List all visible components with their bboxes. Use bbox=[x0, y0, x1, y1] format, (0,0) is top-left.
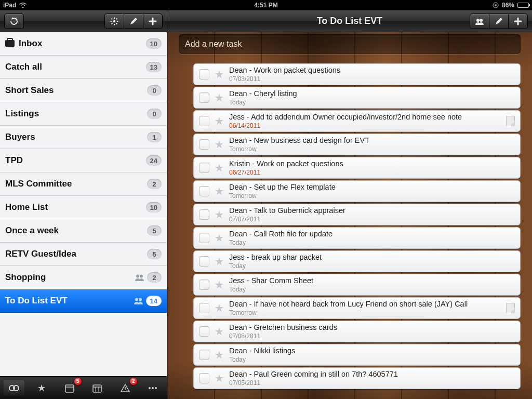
svg-line-9 bbox=[112, 23, 113, 24]
sidebar-item-label: Listings bbox=[5, 109, 39, 119]
task-row[interactable]: ★Dean - Work on packet questions07/03/20… bbox=[193, 63, 521, 85]
settings-button[interactable] bbox=[104, 14, 124, 29]
wifi-icon bbox=[19, 3, 26, 8]
task-row[interactable]: ★Jess - Add to addendum Owner occupied/i… bbox=[193, 110, 521, 132]
task-date: 07/05/2011 bbox=[229, 379, 515, 387]
task-row[interactable]: ★Dean - Talk to Gubernick appraiser07/07… bbox=[193, 204, 521, 225]
star-icon[interactable]: ★ bbox=[215, 372, 224, 384]
sidebar-item[interactable]: TPD24 bbox=[0, 149, 167, 172]
star-icon[interactable]: ★ bbox=[215, 255, 224, 268]
task-row[interactable]: ★Dean - Cheryl listingToday bbox=[193, 87, 521, 109]
svg-line-7 bbox=[112, 18, 113, 19]
task-checkbox[interactable] bbox=[199, 186, 209, 196]
star-icon[interactable]: ★ bbox=[215, 138, 224, 151]
task-title: Dean - Nikki listings bbox=[229, 347, 515, 355]
sidebar-item[interactable]: Shopping2 bbox=[0, 266, 167, 289]
sidebar-item[interactable]: Home List10 bbox=[0, 196, 167, 219]
task-row[interactable]: ★Kristin - Work on packet questions06/27… bbox=[193, 157, 521, 179]
sidebar-item[interactable]: Short Sales0 bbox=[0, 79, 167, 102]
star-icon[interactable]: ★ bbox=[215, 115, 224, 127]
task-checkbox[interactable] bbox=[199, 163, 209, 173]
count-badge: 2 bbox=[147, 179, 162, 189]
task-checkbox[interactable] bbox=[199, 326, 209, 337]
star-icon[interactable]: ★ bbox=[215, 162, 224, 174]
task-checkbox[interactable] bbox=[199, 139, 209, 150]
star-icon[interactable]: ★ bbox=[215, 91, 224, 104]
edit-tasks-button[interactable] bbox=[489, 14, 509, 29]
task-row[interactable]: ★Dean - Set up the Flex templateTomorrow bbox=[193, 180, 521, 202]
sidebar-item[interactable]: Buyers1 bbox=[0, 126, 167, 149]
lists[interactable]: Inbox10Catch all13Short Sales0Listings0B… bbox=[0, 32, 167, 376]
task-title: Dean - Talk to Gubernick appraiser bbox=[229, 206, 515, 215]
task-checkbox[interactable] bbox=[199, 209, 209, 220]
tab-starred-icon[interactable]: ★ bbox=[31, 380, 52, 396]
task-checkbox[interactable] bbox=[199, 256, 209, 267]
star-icon[interactable]: ★ bbox=[215, 325, 224, 338]
task-title: Kristin - Work on packet questions bbox=[229, 159, 515, 168]
task-checkbox[interactable] bbox=[199, 69, 209, 79]
sidebar-item-label: Home List bbox=[5, 202, 48, 212]
star-icon[interactable]: ★ bbox=[215, 232, 224, 244]
count-badge: 5 bbox=[147, 249, 162, 259]
sidebar-item[interactable]: RETV Guest/Idea5 bbox=[0, 243, 167, 266]
task-title: Jess - Add to addendum Owner occupied/in… bbox=[229, 113, 501, 122]
badge: 5 bbox=[74, 377, 82, 385]
task-checkbox[interactable] bbox=[199, 303, 209, 313]
count-badge: 10 bbox=[146, 38, 162, 49]
task-date: Today bbox=[229, 286, 515, 293]
count-badge: 2 bbox=[147, 272, 162, 283]
status-bar: iPad 4:51 PM 86% bbox=[0, 0, 532, 10]
star-icon[interactable]: ★ bbox=[215, 278, 224, 291]
task-list-body[interactable]: Add a new task ★Dean - Work on packet qu… bbox=[167, 32, 532, 399]
star-icon[interactable]: ★ bbox=[215, 302, 224, 314]
tab-all-icon[interactable] bbox=[4, 380, 24, 396]
task-row[interactable]: ★Jess - Shar Comm SheetToday bbox=[193, 274, 521, 296]
task-date: Tomorrow bbox=[229, 192, 515, 200]
task-checkbox[interactable] bbox=[199, 233, 209, 243]
task-checkbox[interactable] bbox=[199, 350, 209, 360]
tab-overdue-icon[interactable]: 2 bbox=[115, 380, 136, 396]
clock: 4:51 PM bbox=[254, 2, 277, 9]
sidebar-item-label: Shopping bbox=[5, 272, 46, 283]
task-title: Dean - Paul Green coming in still on 7th… bbox=[229, 370, 515, 379]
svg-line-10 bbox=[116, 18, 117, 19]
add-task-input[interactable]: Add a new task bbox=[179, 34, 521, 54]
task-row[interactable]: ★Jess - break up shar packetToday bbox=[193, 250, 521, 272]
main-panel: To Do List EVT Add a new task ★Dean - Wo… bbox=[167, 10, 532, 399]
task-checkbox[interactable] bbox=[199, 116, 209, 126]
edit-button[interactable] bbox=[124, 14, 143, 29]
star-icon[interactable]: ★ bbox=[215, 185, 224, 197]
refresh-button[interactable] bbox=[4, 14, 24, 29]
task-row[interactable]: ★Dean - Gretchen business cards07/08/201… bbox=[193, 321, 521, 342]
count-badge: 10 bbox=[146, 202, 162, 212]
shared-icon bbox=[134, 297, 144, 304]
tab-today-icon[interactable]: 5 bbox=[59, 380, 80, 396]
sidebar-item[interactable]: To Do List EVT14 bbox=[0, 289, 167, 313]
svg-point-27 bbox=[476, 19, 480, 22]
share-button[interactable] bbox=[470, 14, 489, 29]
task-checkbox[interactable] bbox=[199, 92, 209, 103]
count-badge: 5 bbox=[147, 225, 162, 236]
sidebar-item[interactable]: Once a week5 bbox=[0, 219, 167, 243]
add-list-button[interactable] bbox=[143, 14, 163, 29]
count-badge: 1 bbox=[147, 132, 162, 142]
svg-point-14 bbox=[139, 298, 142, 301]
task-checkbox[interactable] bbox=[199, 373, 209, 383]
tab-week-icon[interactable] bbox=[87, 380, 108, 396]
task-row[interactable]: ★Dean - Paul Green coming in still on 7t… bbox=[193, 367, 521, 389]
task-title: Dean - If have not heard back from Lucy … bbox=[229, 300, 501, 309]
star-icon[interactable]: ★ bbox=[215, 208, 224, 221]
sidebar-item[interactable]: Listings0 bbox=[0, 102, 167, 126]
sidebar-item[interactable]: Inbox10 bbox=[0, 32, 167, 56]
star-icon[interactable]: ★ bbox=[215, 349, 224, 361]
task-checkbox[interactable] bbox=[199, 280, 209, 290]
tab-more-icon[interactable] bbox=[142, 380, 163, 396]
task-row[interactable]: ★Dean - Nikki listingsToday bbox=[193, 344, 521, 366]
sidebar-item[interactable]: MLS Committee2 bbox=[0, 172, 167, 196]
task-row[interactable]: ★Dean - Call Roth file for updateToday bbox=[193, 227, 521, 249]
task-row[interactable]: ★Dean - New business card design for EVT… bbox=[193, 134, 521, 155]
star-icon[interactable]: ★ bbox=[215, 68, 224, 81]
add-task-button[interactable] bbox=[508, 14, 528, 29]
sidebar-item[interactable]: Catch all13 bbox=[0, 56, 167, 79]
task-row[interactable]: ★Dean - If have not heard back from Lucy… bbox=[193, 297, 521, 319]
